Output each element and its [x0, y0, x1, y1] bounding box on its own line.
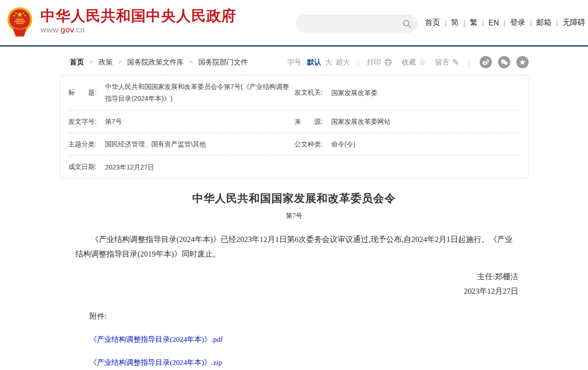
meta-label-doc-type: 公文种类: — [294, 140, 331, 149]
meta-label-doc-number: 发文字号: — [68, 118, 105, 126]
star-icon: ☆ — [419, 57, 426, 67]
nav-mailbox[interactable]: 邮箱 — [536, 18, 551, 28]
nav-simplified[interactable]: 简 — [451, 18, 459, 28]
breadcrumb-separator: > — [90, 59, 93, 65]
tools-separator: | — [358, 58, 359, 66]
meta-value-issuing-agency: 国家发展改革委 — [331, 87, 377, 99]
print-button[interactable]: 打印 — [367, 58, 392, 67]
meta-label-title: 标 题: — [68, 88, 105, 97]
attachment-zip-link[interactable]: 《产业结构调整指导目录(2024年本)》.zip — [90, 358, 529, 368]
site-url-www: www. — [41, 25, 61, 34]
attachment-pdf-link[interactable]: 《产业结构调整指导目录(2024年本)》.pdf — [90, 335, 529, 345]
attachments-section: 附件: 《产业结构调整指导目录(2024年本)》.pdf 《产业结构调整指导目录… — [90, 312, 529, 368]
page-tools: 字号: 默认 大 超大 | 打印 收藏 ☆ 留言 ✎ | — [287, 56, 529, 68]
meta-cell: 来 源: 国家发展改革委网站 — [294, 116, 520, 128]
nav-home[interactable]: 首页 — [425, 18, 440, 28]
attachments-label: 附件: — [90, 312, 529, 322]
favorite-label: 收藏 — [402, 58, 416, 67]
share-buttons — [480, 56, 529, 68]
printer-icon — [384, 58, 392, 66]
meta-label-date: 成文日期: — [68, 163, 105, 171]
site-url-gov: gov — [61, 25, 74, 34]
meta-value-source: 国家发展改革委网站 — [331, 116, 391, 128]
nav-english[interactable]: EN — [489, 19, 499, 27]
breadcrumb-home[interactable]: 首页 — [70, 58, 84, 67]
font-size-large[interactable]: 大 — [325, 58, 332, 67]
site-title: 中华人民共和国中央人民政府 — [41, 8, 237, 24]
meta-label-issuing-agency: 发文机关: — [294, 88, 331, 97]
brand-block: 中华人民共和国中央人民政府 www.gov.cn — [41, 8, 237, 35]
meta-label-category: 主题分类: — [68, 140, 105, 149]
breadcrumb-policy-library[interactable]: 国务院政策文件库 — [127, 58, 184, 67]
site-url-cn: .cn — [74, 25, 85, 34]
meta-value-title: 中华人民共和国国家发展和改革委员会令第7号(《产业结构调整指导目录(2024年本… — [105, 81, 294, 105]
search-box[interactable] — [296, 15, 417, 33]
meta-row-category: 主题分类: 国民经济管理、国有资产监管\其他 公文种类: 命令(令) — [68, 133, 520, 156]
top-navigation: 首页| 简| 繁| EN| 登录| 邮箱| 无障碍 — [425, 18, 585, 28]
site-header: 中华人民共和国中央人民政府 www.gov.cn 首页| 简| 繁| EN| 登… — [0, 0, 588, 45]
site-url: www.gov.cn — [41, 25, 237, 35]
breadcrumb-separator: > — [118, 59, 122, 65]
font-size-xlarge[interactable]: 超大 — [336, 58, 350, 67]
meta-row-title: 标 题: 中华人民共和国国家发展和改革委员会令第7号(《产业结构调整指导目录(2… — [68, 75, 520, 111]
breadcrumb-policy[interactable]: 政策 — [98, 58, 113, 67]
meta-value-doc-number: 第7号 — [105, 116, 122, 128]
nav-login[interactable]: 登录 — [510, 18, 525, 28]
meta-label-source: 来 源: — [294, 118, 331, 126]
meta-value-category: 国民经济管理、国有资产监管\其他 — [105, 138, 206, 150]
breadcrumb: 首页 > 政策 > 国务院政策文件库 > 国务院部门文件 — [70, 58, 248, 67]
document-article: 中华人民共和国国家发展和改革委员会令 第7号 《产业结构调整指导目录(2024年… — [59, 191, 529, 368]
search-icon[interactable] — [402, 19, 412, 29]
font-size-default[interactable]: 默认 — [307, 58, 321, 67]
document-meta-table: 标 题: 中华人民共和国国家发展和改革委员会令第7号(《产业结构调整指导目录(2… — [59, 75, 529, 179]
font-size-label: 字号: — [287, 58, 303, 67]
print-label: 打印 — [367, 58, 381, 67]
nav-separator: | — [482, 19, 484, 27]
wechat-share-icon[interactable] — [498, 56, 510, 68]
favorite-button[interactable]: 收藏 ☆ — [402, 57, 426, 67]
toolbar-row: 首页 > 政策 > 国务院政策文件库 > 国务院部门文件 字号: 默认 大 超大… — [59, 56, 529, 68]
nav-separator: | — [445, 19, 447, 27]
nav-separator: | — [556, 19, 558, 27]
national-emblem-logo — [7, 6, 33, 37]
meta-value-doc-type: 命令(令) — [331, 138, 355, 150]
article-doc-number: 第7号 — [59, 212, 529, 220]
article-paragraph: 《产业结构调整指导目录(2024年本)》已经2023年12月1日第6次委务会议审… — [59, 232, 529, 261]
article-title: 中华人民共和国国家发展和改革委员会令 — [59, 191, 529, 206]
breadcrumb-separator: > — [189, 59, 193, 65]
meta-cell: 标 题: 中华人民共和国国家发展和改革委员会令第7号(《产业结构调整指导目录(2… — [68, 81, 294, 105]
comment-button[interactable]: 留言 ✎ — [435, 57, 459, 67]
nav-traditional[interactable]: 繁 — [470, 18, 477, 28]
qzone-share-icon[interactable] — [516, 56, 529, 68]
nav-accessibility[interactable]: 无障碍 — [563, 18, 585, 28]
main-content: 首页 > 政策 > 国务院政策文件库 > 国务院部门文件 字号: 默认 大 超大… — [59, 56, 529, 368]
meta-cell: 发文字号: 第7号 — [68, 116, 294, 128]
nav-separator: | — [464, 19, 466, 27]
search-input[interactable] — [296, 20, 402, 28]
header-divider-line — [0, 45, 588, 47]
weibo-share-icon[interactable] — [480, 56, 492, 68]
meta-cell: 成文日期: 2023年12月27日 — [68, 161, 294, 173]
article-sign-date: 2023年12月27日 — [59, 286, 529, 297]
pencil-icon: ✎ — [452, 57, 459, 67]
nav-separator: | — [504, 19, 506, 27]
article-signer: 主任:郑栅洁 — [59, 272, 529, 282]
meta-row-date: 成文日期: 2023年12月27日 — [68, 156, 520, 178]
meta-cell: 发文机关: 国家发展改革委 — [294, 87, 520, 99]
comment-label: 留言 — [435, 58, 449, 67]
tools-separator: | — [468, 58, 470, 66]
meta-value-date: 2023年12月27日 — [105, 161, 154, 173]
meta-cell: 公文种类: 命令(令) — [294, 138, 520, 150]
meta-cell: 主题分类: 国民经济管理、国有资产监管\其他 — [68, 138, 294, 150]
nav-separator: | — [530, 19, 532, 27]
breadcrumb-department-docs[interactable]: 国务院部门文件 — [198, 58, 248, 67]
meta-row-doc-number: 发文字号: 第7号 来 源: 国家发展改革委网站 — [68, 111, 520, 133]
